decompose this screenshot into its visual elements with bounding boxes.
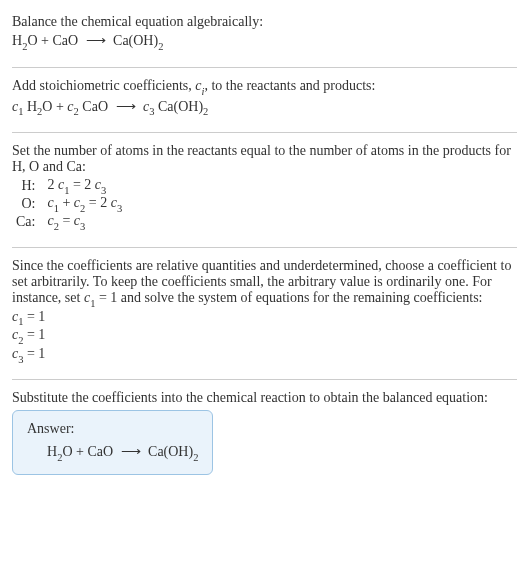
- answer-box: Answer: H2O + CaO ⟶ Ca(OH)2: [12, 410, 213, 475]
- coeff-equation: c1 H2O + c2 CaO ⟶ c3 Ca(OH)2: [12, 98, 517, 117]
- h-c1s: 1: [64, 185, 69, 196]
- o-c1: c: [47, 195, 53, 210]
- ans-caoh: Ca(OH): [145, 444, 194, 459]
- o-c3: c: [111, 195, 117, 210]
- ca-equation: c2 = c3: [43, 213, 126, 231]
- product-caoh-sub: 2: [158, 41, 163, 52]
- o-c2s: 2: [80, 203, 85, 214]
- reactant-rest: O + CaO: [27, 33, 81, 48]
- solve-d: = 1 and solve the system of equations fo…: [95, 290, 482, 305]
- reactant-h2o-sub: 2: [22, 41, 27, 52]
- section-balance-intro: Balance the chemical equation algebraica…: [12, 8, 517, 63]
- c2-c: c: [67, 99, 73, 114]
- o-c3s: 3: [117, 203, 122, 214]
- section-substitute: Substitute the coefficients into the che…: [12, 384, 517, 485]
- coefficient-solutions: c1 = 1 c2 = 1 c3 = 1: [12, 309, 517, 364]
- h2o-sub: 2: [37, 106, 42, 117]
- c1-sub: 1: [18, 106, 23, 117]
- c2-val: = 1: [23, 327, 45, 342]
- solve-text: Since the coefficients are relative quan…: [12, 258, 517, 308]
- divider-1: [12, 67, 517, 68]
- o-c1s: 1: [54, 203, 59, 214]
- h2o-rest: O +: [42, 99, 67, 114]
- ca-c2s: 2: [54, 221, 59, 232]
- c3-solution: c3 = 1: [12, 346, 517, 364]
- o-label: O:: [12, 195, 43, 213]
- h-2: 2: [47, 177, 58, 192]
- product-caoh: Ca(OH): [110, 33, 159, 48]
- add-coeff-text: Add stoichiometric coefficients, ci, to …: [12, 78, 517, 96]
- o-plus: +: [59, 195, 74, 210]
- reaction-arrow: ⟶: [82, 33, 110, 48]
- ca-eq: =: [59, 213, 74, 228]
- h-label: H:: [12, 177, 43, 195]
- reactant-h2o-h: H: [12, 33, 22, 48]
- answer-label: Answer:: [27, 421, 198, 437]
- substitute-text: Substitute the coefficients into the che…: [12, 390, 517, 406]
- solve-c1: 1: [90, 298, 95, 309]
- caoh-sub: 2: [203, 106, 208, 117]
- ca-c3s: 3: [80, 221, 85, 232]
- cao: CaO: [79, 99, 112, 114]
- text-part-d: , to the reactants and products:: [204, 78, 375, 93]
- divider-4: [12, 379, 517, 380]
- h-c3s: 3: [101, 185, 106, 196]
- c3-sub: 3: [149, 106, 154, 117]
- text-ci-i: i: [201, 86, 204, 97]
- c1-idx: 1: [18, 316, 23, 327]
- caoh: Ca(OH): [154, 99, 203, 114]
- c2-idx: 2: [18, 335, 23, 346]
- h-equation: 2 c1 = 2 c3: [43, 177, 126, 195]
- ans-h2o-h: H: [47, 444, 57, 459]
- section-solve: Since the coefficients are relative quan…: [12, 252, 517, 375]
- reaction-arrow-2: ⟶: [112, 99, 144, 114]
- ca-label: Ca:: [12, 213, 43, 231]
- intro-text: Balance the chemical equation algebraica…: [12, 14, 517, 30]
- c2-sub: 2: [74, 106, 79, 117]
- atom-eq-text: Set the number of atoms in the reactants…: [12, 143, 517, 175]
- section-add-coefficients: Add stoichiometric coefficients, ci, to …: [12, 72, 517, 129]
- section-atom-equations: Set the number of atoms in the reactants…: [12, 137, 517, 242]
- c1-val: = 1: [23, 309, 45, 324]
- ca-c2: c: [47, 213, 53, 228]
- o-eq: = 2: [85, 195, 110, 210]
- ans-rest: O + CaO: [62, 444, 116, 459]
- table-row: H: 2 c1 = 2 c3: [12, 177, 126, 195]
- table-row: O: c1 + c2 = 2 c3: [12, 195, 126, 213]
- h-eq: = 2: [69, 177, 94, 192]
- divider-2: [12, 132, 517, 133]
- unbalanced-equation: H2O + CaO ⟶ Ca(OH)2: [12, 32, 517, 51]
- ans-arrow: ⟶: [117, 444, 145, 459]
- text-part-a: Add stoichiometric coefficients,: [12, 78, 195, 93]
- o-equation: c1 + c2 = 2 c3: [43, 195, 126, 213]
- divider-3: [12, 247, 517, 248]
- ans-caoh-sub: 2: [193, 452, 198, 463]
- table-row: Ca: c2 = c3: [12, 213, 126, 231]
- ans-h2o-sub: 2: [57, 452, 62, 463]
- atom-balance-table: H: 2 c1 = 2 c3 O: c1 + c2 = 2 c3 Ca: c2 …: [12, 177, 126, 230]
- h2o-h: H: [23, 99, 37, 114]
- c3-idx: 3: [18, 354, 23, 365]
- c1-solution: c1 = 1: [12, 309, 517, 327]
- balanced-equation: H2O + CaO ⟶ Ca(OH)2: [27, 443, 198, 462]
- c2-solution: c2 = 1: [12, 327, 517, 345]
- c3-val: = 1: [23, 346, 45, 361]
